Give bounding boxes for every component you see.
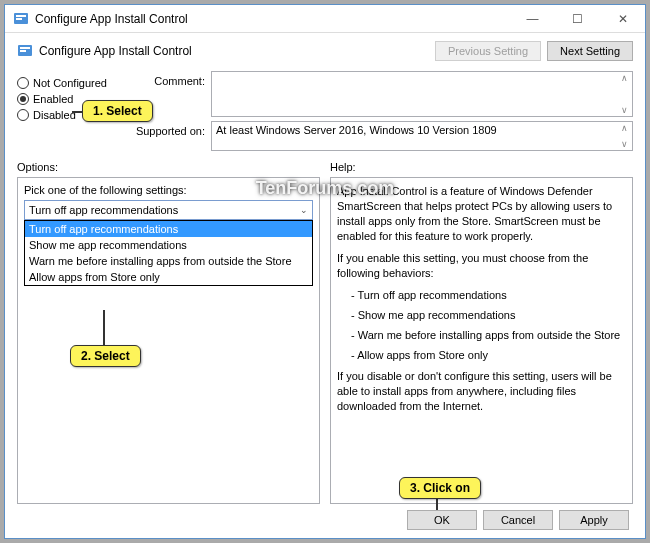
radio-label: Disabled [33, 109, 76, 121]
supported-row: Supported on: At least Windows Server 20… [125, 121, 633, 151]
nav-buttons: Previous Setting Next Setting [435, 41, 633, 61]
help-text: If you enable this setting, you must cho… [337, 251, 626, 281]
svg-rect-5 [20, 50, 26, 52]
comment-row: Comment: ∧∨ [125, 71, 633, 117]
help-list: Turn off app recommendations Show me app… [337, 289, 626, 361]
mid-section: Options: Pick one of the following setti… [17, 161, 633, 504]
dialog-window: Configure App Install Control — ☐ ✕ Conf… [4, 4, 646, 539]
window-title: Configure App Install Control [35, 12, 510, 26]
options-column: Options: Pick one of the following setti… [17, 161, 320, 504]
radio-not-configured[interactable]: Not Configured [17, 77, 125, 89]
close-button[interactable]: ✕ [600, 5, 645, 32]
titlebar: Configure App Install Control — ☐ ✕ [5, 5, 645, 33]
radio-icon [17, 109, 29, 121]
footer: OK Cancel Apply [17, 504, 633, 532]
options-label: Options: [17, 161, 320, 173]
radio-label: Not Configured [33, 77, 107, 89]
callout-line [103, 310, 105, 346]
callout-3: 3. Click on [399, 477, 481, 499]
supported-label: Supported on: [125, 121, 205, 137]
help-text: If you disable or don't configure this s… [337, 369, 626, 414]
supported-textbox: At least Windows Server 2016, Windows 10… [211, 121, 633, 151]
chevron-down-icon: ⌄ [300, 205, 308, 215]
help-text: App Install Control is a feature of Wind… [337, 184, 626, 243]
help-bullet: Show me app recommendations [351, 309, 626, 321]
page-title: Configure App Install Control [39, 44, 429, 58]
options-panel: Pick one of the following settings: Turn… [17, 177, 320, 504]
dropdown-list: Turn off app recommendations Show me app… [24, 220, 313, 286]
dropdown-selected: Turn off app recommendations [29, 204, 178, 216]
help-column: Help: App Install Control is a feature o… [330, 161, 633, 504]
svg-rect-2 [16, 18, 22, 20]
comment-label: Comment: [125, 71, 205, 87]
svg-rect-4 [20, 47, 30, 49]
dropdown-option[interactable]: Allow apps from Store only [25, 269, 312, 285]
settings-dropdown[interactable]: Turn off app recommendations ⌄ [24, 200, 313, 220]
header-row: Configure App Install Control Previous S… [17, 41, 633, 61]
supported-value: At least Windows Server 2016, Windows 10… [216, 124, 497, 136]
help-label: Help: [330, 161, 633, 173]
policy-icon [17, 43, 33, 59]
app-icon [13, 11, 29, 27]
radio-icon [17, 93, 29, 105]
scroll-hints: ∧∨ [617, 123, 631, 149]
svg-rect-1 [16, 15, 26, 17]
comment-textbox[interactable]: ∧∨ [211, 71, 633, 117]
window-buttons: — ☐ ✕ [510, 5, 645, 32]
dropdown-option[interactable]: Turn off app recommendations [25, 221, 312, 237]
maximize-button[interactable]: ☐ [555, 5, 600, 32]
dropdown-option[interactable]: Show me app recommendations [25, 237, 312, 253]
help-bullet: Turn off app recommendations [351, 289, 626, 301]
help-bullet: Allow apps from Store only [351, 349, 626, 361]
field-column: Comment: ∧∨ Supported on: At least Windo… [125, 71, 633, 151]
scroll-hints: ∧∨ [617, 73, 631, 115]
radio-icon [17, 77, 29, 89]
radio-label: Enabled [33, 93, 73, 105]
ok-button[interactable]: OK [407, 510, 477, 530]
options-prompt: Pick one of the following settings: [24, 184, 313, 196]
next-setting-button[interactable]: Next Setting [547, 41, 633, 61]
dropdown-option[interactable]: Warn me before installing apps from outs… [25, 253, 312, 269]
apply-button[interactable]: Apply [559, 510, 629, 530]
help-panel: App Install Control is a feature of Wind… [330, 177, 633, 504]
cancel-button[interactable]: Cancel [483, 510, 553, 530]
minimize-button[interactable]: — [510, 5, 555, 32]
callout-1: 1. Select [82, 100, 153, 122]
previous-setting-button[interactable]: Previous Setting [435, 41, 541, 61]
help-bullet: Warn me before installing apps from outs… [351, 329, 626, 341]
callout-line [436, 498, 438, 510]
callout-2: 2. Select [70, 345, 141, 367]
